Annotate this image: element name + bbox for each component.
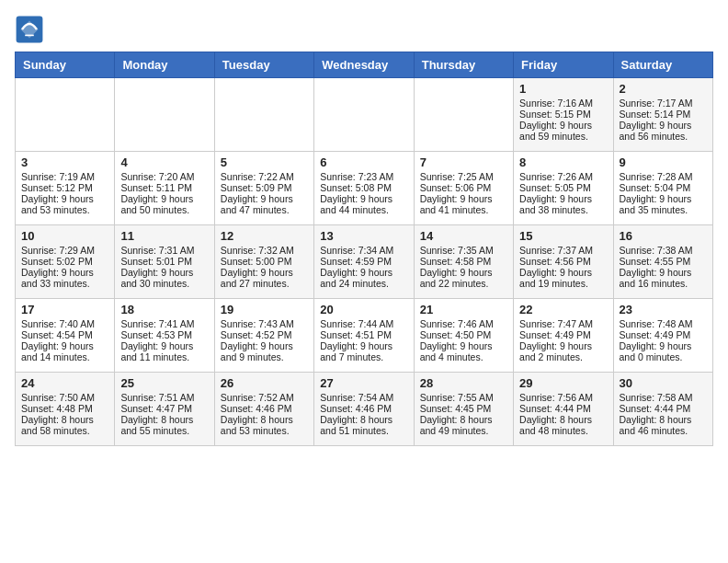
day-info: Sunset: 5:05 PM xyxy=(519,182,607,193)
calendar-cell: 22Sunrise: 7:47 AMSunset: 4:49 PMDayligh… xyxy=(514,299,613,373)
calendar-cell: 25Sunrise: 7:51 AMSunset: 4:47 PMDayligh… xyxy=(115,373,214,446)
day-info: Daylight: 9 hours and 4 minutes. xyxy=(420,340,507,362)
calendar-cell: 2Sunrise: 7:17 AMSunset: 5:14 PMDaylight… xyxy=(613,78,712,152)
day-info: Daylight: 8 hours and 46 minutes. xyxy=(620,414,707,436)
day-info: Sunset: 4:51 PM xyxy=(320,329,407,340)
day-info: Daylight: 9 hours and 24 minutes. xyxy=(320,267,407,289)
day-info: Daylight: 9 hours and 35 minutes. xyxy=(620,193,707,215)
day-info: Sunrise: 7:25 AM xyxy=(420,171,507,182)
logo-icon xyxy=(15,15,44,44)
day-number: 23 xyxy=(620,303,707,316)
day-info: Daylight: 9 hours and 59 minutes. xyxy=(519,120,607,142)
day-number: 13 xyxy=(320,229,407,243)
day-info: Sunrise: 7:43 AM xyxy=(221,318,308,329)
day-info: Sunset: 4:44 PM xyxy=(519,403,607,414)
day-info: Sunset: 5:11 PM xyxy=(120,182,208,193)
day-info: Sunset: 4:54 PM xyxy=(21,329,108,340)
day-number: 28 xyxy=(420,376,507,390)
day-info: Daylight: 8 hours and 53 minutes. xyxy=(221,414,308,436)
day-info: Sunrise: 7:19 AM xyxy=(21,171,108,182)
day-number: 19 xyxy=(221,303,308,316)
day-info: Daylight: 8 hours and 49 minutes. xyxy=(420,414,507,436)
calendar-cell: 9Sunrise: 7:28 AMSunset: 5:04 PMDaylight… xyxy=(613,152,712,225)
day-info: Daylight: 9 hours and 16 minutes. xyxy=(620,267,707,289)
day-info: Sunrise: 7:55 AM xyxy=(420,392,507,403)
day-info: Sunrise: 7:37 AM xyxy=(519,245,607,256)
day-info: Daylight: 9 hours and 50 minutes. xyxy=(120,193,208,215)
day-info: Sunset: 5:12 PM xyxy=(21,182,108,193)
calendar-cell: 30Sunrise: 7:58 AMSunset: 4:44 PMDayligh… xyxy=(613,373,712,446)
calendar-cell: 27Sunrise: 7:54 AMSunset: 4:46 PMDayligh… xyxy=(314,373,414,446)
day-info: Daylight: 9 hours and 9 minutes. xyxy=(221,340,308,362)
day-info: Daylight: 8 hours and 48 minutes. xyxy=(519,414,607,436)
calendar-header: SundayMondayTuesdayWednesdayThursdayFrid… xyxy=(16,52,713,78)
day-info: Sunrise: 7:32 AM xyxy=(221,245,308,256)
header-cell-thursday: Thursday xyxy=(414,52,513,78)
day-number: 6 xyxy=(320,155,407,169)
day-info: Sunset: 4:49 PM xyxy=(620,329,707,340)
day-info: Daylight: 9 hours and 11 minutes. xyxy=(120,340,208,362)
calendar-cell: 18Sunrise: 7:41 AMSunset: 4:53 PMDayligh… xyxy=(115,299,214,373)
day-info: Sunset: 4:52 PM xyxy=(221,329,308,340)
day-info: Daylight: 9 hours and 14 minutes. xyxy=(21,340,108,362)
week-row-1: 1Sunrise: 7:16 AMSunset: 5:15 PMDaylight… xyxy=(16,78,713,152)
day-info: Sunset: 5:08 PM xyxy=(320,182,407,193)
day-info: Sunrise: 7:31 AM xyxy=(120,245,208,256)
calendar-cell: 1Sunrise: 7:16 AMSunset: 5:15 PMDaylight… xyxy=(514,78,613,152)
calendar-cell: 4Sunrise: 7:20 AMSunset: 5:11 PMDaylight… xyxy=(115,152,214,225)
day-info: Sunrise: 7:35 AM xyxy=(420,245,507,256)
calendar-body: 1Sunrise: 7:16 AMSunset: 5:15 PMDaylight… xyxy=(16,78,713,446)
calendar-cell: 3Sunrise: 7:19 AMSunset: 5:12 PMDaylight… xyxy=(16,152,115,225)
week-row-4: 17Sunrise: 7:40 AMSunset: 4:54 PMDayligh… xyxy=(16,299,713,373)
day-info: Sunset: 4:46 PM xyxy=(320,403,407,414)
calendar-cell xyxy=(115,78,214,152)
day-info: Daylight: 9 hours and 38 minutes. xyxy=(519,193,607,215)
page-header xyxy=(15,15,713,44)
calendar-cell: 28Sunrise: 7:55 AMSunset: 4:45 PMDayligh… xyxy=(414,373,513,446)
day-info: Daylight: 9 hours and 53 minutes. xyxy=(21,193,108,215)
header-cell-friday: Friday xyxy=(514,52,613,78)
day-info: Daylight: 9 hours and 47 minutes. xyxy=(221,193,308,215)
calendar-cell: 10Sunrise: 7:29 AMSunset: 5:02 PMDayligh… xyxy=(16,225,115,299)
day-info: Sunset: 5:15 PM xyxy=(519,109,607,120)
day-number: 27 xyxy=(320,376,407,390)
day-info: Daylight: 9 hours and 0 minutes. xyxy=(620,340,707,362)
day-info: Daylight: 9 hours and 27 minutes. xyxy=(221,267,308,289)
calendar-cell: 15Sunrise: 7:37 AMSunset: 4:56 PMDayligh… xyxy=(514,225,613,299)
day-info: Sunset: 4:56 PM xyxy=(519,256,607,267)
day-number: 25 xyxy=(120,376,208,390)
day-info: Daylight: 9 hours and 33 minutes. xyxy=(21,267,108,289)
calendar-cell: 14Sunrise: 7:35 AMSunset: 4:58 PMDayligh… xyxy=(414,225,513,299)
day-info: Sunrise: 7:41 AM xyxy=(120,318,208,329)
day-number: 10 xyxy=(21,229,108,243)
day-number: 22 xyxy=(519,303,607,316)
day-info: Sunset: 5:06 PM xyxy=(420,182,507,193)
day-info: Daylight: 9 hours and 41 minutes. xyxy=(420,193,507,215)
calendar-table: SundayMondayTuesdayWednesdayThursdayFrid… xyxy=(15,52,713,446)
header-cell-saturday: Saturday xyxy=(613,52,712,78)
day-number: 5 xyxy=(221,155,308,169)
day-info: Sunrise: 7:38 AM xyxy=(620,245,707,256)
logo xyxy=(15,15,48,44)
calendar-cell xyxy=(16,78,115,152)
day-info: Sunrise: 7:40 AM xyxy=(21,318,108,329)
calendar-cell: 24Sunrise: 7:50 AMSunset: 4:48 PMDayligh… xyxy=(16,373,115,446)
day-info: Sunrise: 7:22 AM xyxy=(221,171,308,182)
day-number: 3 xyxy=(21,155,108,169)
calendar-cell xyxy=(314,78,414,152)
day-info: Daylight: 9 hours and 22 minutes. xyxy=(420,267,507,289)
calendar-cell: 5Sunrise: 7:22 AMSunset: 5:09 PMDaylight… xyxy=(214,152,313,225)
day-info: Sunset: 4:49 PM xyxy=(519,329,607,340)
day-info: Sunset: 5:00 PM xyxy=(221,256,308,267)
day-number: 15 xyxy=(519,229,607,243)
calendar-cell xyxy=(214,78,313,152)
day-number: 18 xyxy=(120,303,208,316)
header-row: SundayMondayTuesdayWednesdayThursdayFrid… xyxy=(16,52,713,78)
day-info: Daylight: 8 hours and 51 minutes. xyxy=(320,414,407,436)
calendar-cell: 19Sunrise: 7:43 AMSunset: 4:52 PMDayligh… xyxy=(214,299,313,373)
day-number: 16 xyxy=(620,229,707,243)
day-number: 29 xyxy=(519,376,607,390)
day-info: Sunrise: 7:17 AM xyxy=(620,98,707,109)
day-info: Sunrise: 7:26 AM xyxy=(519,171,607,182)
day-number: 2 xyxy=(620,82,707,96)
